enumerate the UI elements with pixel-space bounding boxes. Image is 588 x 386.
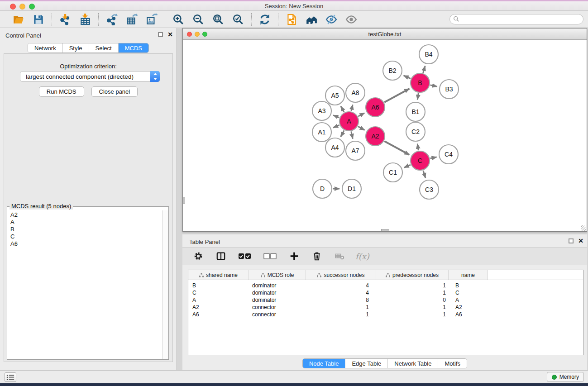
refresh-button[interactable] xyxy=(258,13,272,26)
graph-edge-C-C4[interactable] xyxy=(430,157,437,158)
table-cell[interactable]: 4 xyxy=(306,282,376,289)
mcds-result-item[interactable]: A2 xyxy=(8,211,162,219)
graph-edge-C-C1[interactable] xyxy=(404,165,411,167)
graph-edge-A-A8[interactable] xyxy=(351,105,353,111)
table-cell[interactable]: 1 xyxy=(306,304,376,311)
resize-grip-icon[interactable] xyxy=(581,225,586,231)
table-cell[interactable]: A2 xyxy=(449,304,488,311)
deselect-all-button[interactable] xyxy=(262,249,278,263)
tab-select[interactable]: Select xyxy=(89,43,119,52)
table-cell[interactable]: 8 xyxy=(306,296,376,304)
table-cell[interactable]: 1 xyxy=(376,304,449,311)
show-all-button[interactable] xyxy=(344,13,358,26)
graph-edge-C-C3[interactable] xyxy=(423,171,425,178)
zoom-in-button[interactable] xyxy=(172,13,185,26)
graph-edge-A-A3[interactable] xyxy=(333,115,339,118)
toggle-columns-button[interactable] xyxy=(214,249,228,263)
tab-style[interactable]: Style xyxy=(63,43,89,52)
table-cell[interactable]: 1 xyxy=(376,289,449,296)
graph-edge-A6-B[interactable] xyxy=(384,89,409,102)
column-header-successor-nodes[interactable]: successor nodes xyxy=(306,270,376,280)
table-cell[interactable]: A6 xyxy=(449,311,488,318)
table-cell[interactable]: A xyxy=(188,296,249,304)
table-cell[interactable]: C xyxy=(188,289,249,296)
tab-mcds[interactable]: MCDS xyxy=(119,43,148,52)
tab-edge-table[interactable]: Edge Table xyxy=(345,359,388,368)
table-cell[interactable]: A2 xyxy=(188,304,249,311)
table-row[interactable]: A2connector11A2 xyxy=(188,304,583,311)
graph-edge-A2-C[interactable] xyxy=(384,141,409,155)
table-cell[interactable]: connector xyxy=(249,304,306,311)
zoom-out-button[interactable] xyxy=(191,13,205,26)
column-header-mcds-role[interactable]: MCDS role xyxy=(249,270,306,280)
mcds-result-item[interactable]: A6 xyxy=(8,240,162,248)
table-cell[interactable]: A xyxy=(449,296,488,304)
graph-edge-B-B4[interactable] xyxy=(423,66,425,73)
graph-edge-A-A5[interactable] xyxy=(341,106,344,112)
float-panel-icon[interactable] xyxy=(158,32,163,37)
float-table-panel-icon[interactable] xyxy=(569,238,574,243)
column-header-shared-name[interactable]: shared name xyxy=(188,270,249,280)
table-row[interactable]: Cdominator41C xyxy=(188,289,583,296)
tab-motifs[interactable]: Motifs xyxy=(438,359,467,368)
tab-node-table[interactable]: Node Table xyxy=(303,359,346,368)
column-header-predecessor-nodes[interactable]: predecessor nodes xyxy=(376,270,449,280)
table-row[interactable]: Adominator80A xyxy=(188,296,583,304)
table-cell[interactable]: dominator xyxy=(249,289,306,296)
first-neighbors-button[interactable] xyxy=(305,13,318,26)
add-column-button[interactable] xyxy=(287,249,301,263)
table-cell[interactable]: B xyxy=(188,282,249,289)
new-network-from-file-button[interactable] xyxy=(285,13,298,26)
open-session-button[interactable] xyxy=(12,13,25,26)
zoom-fit-button[interactable] xyxy=(211,13,225,26)
export-network-button[interactable] xyxy=(105,13,119,26)
table-cell[interactable]: B xyxy=(449,282,488,289)
table-row[interactable]: Bdominator41B xyxy=(188,282,583,289)
table-cell[interactable]: connector xyxy=(249,311,306,318)
graph-edge-B-B3[interactable] xyxy=(430,85,437,86)
export-table-button[interactable] xyxy=(125,13,139,26)
delete-table-button[interactable] xyxy=(333,249,346,263)
mcds-result-item[interactable]: B xyxy=(8,226,162,233)
import-network-button[interactable] xyxy=(58,13,72,26)
close-table-panel-icon[interactable]: ✕ xyxy=(578,238,583,243)
select-all-button[interactable] xyxy=(237,249,253,263)
table-cell[interactable]: 1 xyxy=(376,311,449,318)
graph-edge-A-A1[interactable] xyxy=(333,125,339,128)
task-history-button[interactable] xyxy=(5,372,16,382)
function-builder-button[interactable]: f(x) xyxy=(355,252,369,261)
delete-column-button[interactable] xyxy=(310,249,324,263)
table-cell[interactable]: dominator xyxy=(249,282,306,289)
graph-edge-B-B2[interactable] xyxy=(404,76,411,79)
table-cell[interactable]: 1 xyxy=(376,282,449,289)
table-cell[interactable]: A6 xyxy=(188,311,249,318)
table-cell[interactable]: dominator xyxy=(249,296,306,304)
zoom-selected-button[interactable] xyxy=(231,13,245,26)
table-row[interactable]: A6connector11A6 xyxy=(188,311,583,318)
network-canvas[interactable]: B4B2BB3A5A8A6B1A3AC2A1A2A4A7C4CC1C3DD1 xyxy=(183,40,587,231)
table-cell[interactable]: 4 xyxy=(306,289,376,296)
graph-edge-A-A6[interactable] xyxy=(358,113,364,117)
save-session-button[interactable] xyxy=(32,13,45,26)
memory-button[interactable]: Memory xyxy=(547,372,584,382)
hide-selected-button[interactable] xyxy=(325,13,338,26)
graph-edge-C-C2[interactable] xyxy=(417,144,418,151)
graph-edge-A-A4[interactable] xyxy=(341,130,344,137)
tab-network[interactable]: Network xyxy=(28,43,63,52)
column-header-name[interactable]: name xyxy=(449,270,488,280)
graph-edge-A-A7[interactable] xyxy=(351,132,353,139)
import-table-button[interactable] xyxy=(78,13,92,26)
table-settings-button[interactable] xyxy=(191,249,205,263)
mcds-result-item[interactable]: C xyxy=(8,233,162,240)
mcds-result-item[interactable]: A xyxy=(8,219,162,226)
graph-edge-B-B1[interactable] xyxy=(417,93,418,100)
canvas-hscrollbar[interactable] xyxy=(381,229,389,231)
graph-edge-A-A2[interactable] xyxy=(358,126,365,130)
close-panel-button[interactable]: Close panel xyxy=(91,86,138,97)
close-panel-icon[interactable]: ✕ xyxy=(167,32,173,37)
tab-network-table[interactable]: Network Table xyxy=(388,359,438,368)
run-mcds-button[interactable]: Run MCDS xyxy=(39,86,84,97)
table-cell[interactable]: 0 xyxy=(376,296,449,304)
canvas-vscrollbar[interactable] xyxy=(183,197,185,204)
export-image-button[interactable] xyxy=(145,13,158,26)
